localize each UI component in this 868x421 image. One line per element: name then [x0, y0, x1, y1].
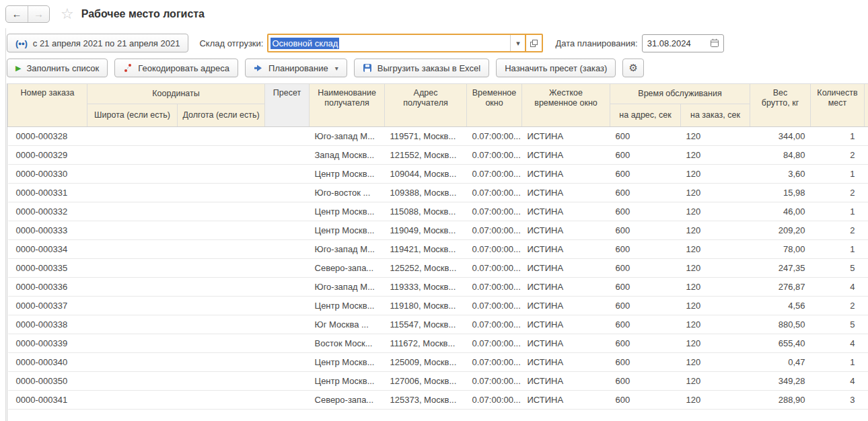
cell-hard_window[interactable]: ИСТИНА: [522, 391, 610, 410]
cell-recipient[interactable]: Центр Москв...: [310, 353, 385, 372]
warehouse-open-button[interactable]: [525, 35, 542, 51]
cell-address[interactable]: 125252, Москв...: [385, 259, 467, 278]
cell-sliver[interactable]: [865, 221, 868, 240]
cell-sliver[interactable]: [865, 202, 868, 221]
cell-number[interactable]: 0000-000334: [8, 240, 87, 259]
cell-service_order[interactable]: 120: [681, 221, 750, 240]
cell-recipient[interactable]: Восток Моск...: [310, 334, 385, 353]
cell-time_window[interactable]: 0.07:00:00...: [467, 297, 522, 315]
cell-weight[interactable]: 46,00: [750, 202, 811, 221]
cell-lon[interactable]: [178, 278, 265, 297]
cell-preset[interactable]: [265, 259, 310, 278]
cell-lat[interactable]: [87, 240, 178, 259]
cell-service_address[interactable]: 600: [610, 165, 681, 184]
cell-recipient[interactable]: Северо-запа...: [310, 259, 385, 278]
cell-recipient[interactable]: Юго-восток ...: [310, 184, 385, 202]
cell-lon[interactable]: [178, 315, 265, 334]
cell-places[interactable]: 3: [811, 391, 865, 410]
cell-recipient[interactable]: Центр Москв...: [310, 221, 385, 240]
header-places-count[interactable]: Количеств мест: [811, 84, 865, 127]
cell-weight[interactable]: 209,20: [750, 221, 811, 240]
header-service-per-order[interactable]: на заказ, сек: [681, 104, 750, 127]
cell-service_address[interactable]: 600: [610, 391, 681, 410]
cell-hard_window[interactable]: ИСТИНА: [522, 202, 610, 221]
cell-weight[interactable]: 655,40: [750, 334, 811, 353]
cell-weight[interactable]: 3,60: [750, 165, 811, 184]
cell-lon[interactable]: [178, 391, 265, 410]
cell-weight[interactable]: 15,98: [750, 184, 811, 202]
cell-number[interactable]: 0000-000336: [8, 278, 87, 297]
cell-sliver[interactable]: [865, 240, 868, 259]
cell-service_address[interactable]: 600: [610, 372, 681, 391]
cell-places[interactable]: 4: [811, 372, 865, 391]
cell-hard_window[interactable]: ИСТИНА: [522, 297, 610, 315]
cell-weight[interactable]: 349,28: [750, 372, 811, 391]
cell-time_window[interactable]: 0.07:00:00...: [467, 391, 522, 410]
assign-preset-button[interactable]: Назначить пресет (заказ): [496, 59, 616, 77]
cell-address[interactable]: 109044, Москв...: [385, 165, 467, 184]
cell-sliver[interactable]: [865, 391, 868, 410]
cell-time_window[interactable]: 0.07:00:00...: [467, 353, 522, 372]
cell-time_window[interactable]: 0.07:00:00...: [467, 372, 522, 391]
cell-service_address[interactable]: 600: [610, 334, 681, 353]
cell-preset[interactable]: [265, 165, 310, 184]
cell-number[interactable]: 0000-000337: [8, 297, 87, 315]
cell-service_address[interactable]: 600: [610, 259, 681, 278]
cell-service_address[interactable]: 600: [610, 315, 681, 334]
cell-lon[interactable]: [178, 240, 265, 259]
table-row[interactable]: 0000-000337Центр Москв...119180, Москв..…: [8, 297, 868, 315]
table-row[interactable]: 0000-000334Юго-запад М...119421, Москв..…: [8, 240, 868, 259]
cell-lon[interactable]: [178, 184, 265, 202]
cell-recipient[interactable]: Центр Москв...: [310, 297, 385, 315]
cell-weight[interactable]: 78,00: [750, 240, 811, 259]
cell-preset[interactable]: [265, 372, 310, 391]
table-row[interactable]: 0000-000328Юго-запад М...119571, Москв..…: [8, 127, 868, 146]
table-row[interactable]: 0000-000339Восток Моск...111672, Москв..…: [8, 334, 868, 353]
cell-preset[interactable]: [265, 221, 310, 240]
cell-lat[interactable]: [87, 202, 178, 221]
cell-places[interactable]: 5: [811, 315, 865, 334]
cell-time_window[interactable]: 0.07:00:00...: [467, 278, 522, 297]
cell-sliver[interactable]: [865, 315, 868, 334]
cell-preset[interactable]: [265, 278, 310, 297]
cell-hard_window[interactable]: ИСТИНА: [522, 165, 610, 184]
cell-weight[interactable]: 344,00: [750, 127, 811, 146]
cell-sliver[interactable]: [865, 146, 868, 165]
cell-places[interactable]: 5: [811, 259, 865, 278]
cell-recipient[interactable]: Юго-запад М...: [310, 240, 385, 259]
cell-service_address[interactable]: 600: [610, 297, 681, 315]
export-excel-button[interactable]: Выгрузить заказы в Excel: [354, 59, 489, 77]
warehouse-value[interactable]: Основной склад: [268, 35, 510, 51]
cell-lat[interactable]: [87, 221, 178, 240]
header-extra-column[interactable]: [865, 84, 868, 127]
cell-preset[interactable]: [265, 297, 310, 315]
cell-number[interactable]: 0000-000329: [8, 146, 87, 165]
planning-date-value[interactable]: 31.08.2024: [643, 35, 706, 52]
cell-address[interactable]: 127006, Москв...: [385, 372, 467, 391]
cell-hard_window[interactable]: ИСТИНА: [522, 146, 610, 165]
back-button[interactable]: ←: [6, 6, 28, 22]
cell-hard_window[interactable]: ИСТИНА: [522, 315, 610, 334]
cell-lat[interactable]: [87, 372, 178, 391]
cell-lat[interactable]: [87, 165, 178, 184]
cell-service_address[interactable]: 600: [610, 146, 681, 165]
cell-preset[interactable]: [265, 184, 310, 202]
cell-address[interactable]: 119180, Москв...: [385, 297, 467, 315]
cell-service_address[interactable]: 600: [610, 353, 681, 372]
cell-places[interactable]: 4: [811, 334, 865, 353]
cell-hard_window[interactable]: ИСТИНА: [522, 259, 610, 278]
cell-time_window[interactable]: 0.07:00:00...: [467, 146, 522, 165]
cell-preset[interactable]: [265, 334, 310, 353]
cell-weight[interactable]: 4,56: [750, 297, 811, 315]
header-order-number[interactable]: Номер заказа: [8, 84, 87, 127]
table-row[interactable]: 0000-000333Центр Москв...119049, Москв..…: [8, 221, 868, 240]
cell-service_order[interactable]: 120: [681, 315, 750, 334]
cell-service_order[interactable]: 120: [681, 165, 750, 184]
header-gross-weight[interactable]: Вес брутто, кг: [750, 84, 811, 127]
cell-lon[interactable]: [178, 221, 265, 240]
cell-places[interactable]: 1: [811, 353, 865, 372]
cell-recipient[interactable]: Юго-запад М...: [310, 127, 385, 146]
cell-lon[interactable]: [178, 165, 265, 184]
cell-lon[interactable]: [178, 353, 265, 372]
cell-lon[interactable]: [178, 127, 265, 146]
